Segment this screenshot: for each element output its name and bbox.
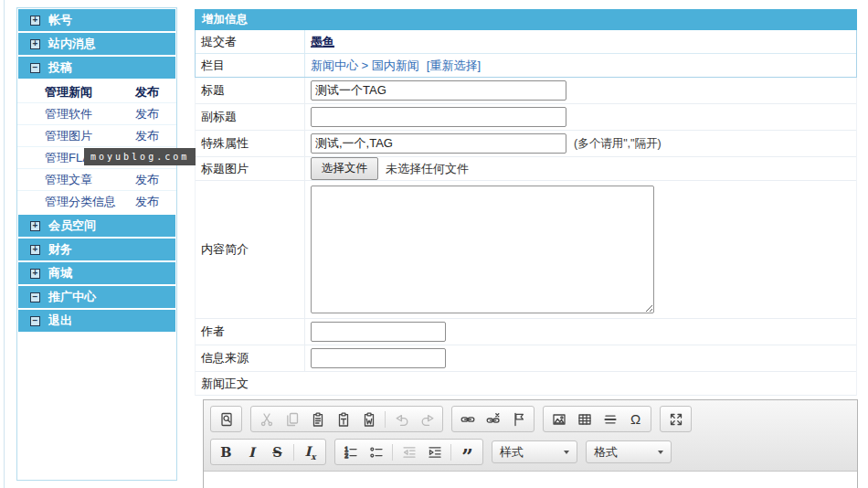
- bulleted-list-button[interactable]: [364, 441, 388, 462]
- horizontal-rule-button[interactable]: [598, 408, 622, 430]
- sidebar-item-label: 会员空间: [48, 217, 96, 234]
- plus-box-icon: +: [30, 39, 40, 49]
- submenu-manage-link[interactable]: 管理软件: [45, 106, 92, 122]
- sidebar-item-label: 退出: [48, 313, 72, 329]
- sidebar: +帐号+站内消息−投稿管理新闻发布管理软件发布管理图片发布管理FLASH发布管理…: [16, 7, 177, 481]
- editor-content-area[interactable]: [204, 472, 857, 488]
- sidebar-item-1[interactable]: +帐号: [18, 9, 175, 31]
- undo-icon: [395, 412, 409, 427]
- table-icon: [577, 412, 592, 427]
- unlink-button[interactable]: [481, 408, 505, 430]
- toolbar-group: [451, 406, 535, 432]
- toolbar-row: Ω: [210, 406, 852, 432]
- blockquote-button[interactable]: ”: [455, 441, 480, 462]
- indent-button[interactable]: [422, 441, 447, 462]
- toolbar-group: ”: [334, 439, 483, 465]
- anchor-icon: [512, 412, 526, 427]
- sidebar-item-7[interactable]: −推广中心: [18, 286, 175, 308]
- bold-button[interactable]: B: [214, 441, 238, 462]
- submenu-publish-link[interactable]: 发布: [135, 84, 159, 101]
- remove-format-button[interactable]: Ix: [298, 441, 323, 462]
- submenu-publish-link[interactable]: 发布: [135, 106, 159, 122]
- paste-word-button[interactable]: [356, 408, 381, 430]
- sidebar-item-8[interactable]: −退出: [18, 310, 175, 332]
- toolbar-divider: [385, 411, 386, 428]
- submenu-publish-link[interactable]: 发布: [135, 128, 159, 144]
- preview-button[interactable]: [214, 408, 238, 430]
- main-panel: 增加信息 提交者墨鱼栏目新闻中心 > 国内新闻[重新选择] 标题副标题特殊属性(…: [195, 9, 857, 488]
- anchor-button[interactable]: [506, 408, 531, 430]
- title-input[interactable]: [311, 80, 566, 101]
- subtitle-input[interactable]: [311, 107, 566, 127]
- category-breadcrumb[interactable]: 新闻中心 > 国内新闻: [311, 58, 419, 74]
- submenu-publish-link[interactable]: 发布: [135, 172, 159, 188]
- submenu-manage-link[interactable]: 管理新闻: [45, 84, 92, 101]
- ol-icon: [344, 445, 358, 460]
- numbered-list-button[interactable]: [338, 441, 363, 462]
- table-row: 内容简介: [196, 181, 856, 319]
- toolbar-group: Ω: [543, 406, 651, 432]
- special-char-button[interactable]: Ω: [623, 408, 648, 430]
- sidebar-item-2[interactable]: +站内消息: [18, 33, 175, 55]
- styles-dropdown[interactable]: 样式: [492, 440, 577, 463]
- link-icon: [460, 412, 475, 427]
- link-button[interactable]: [455, 408, 480, 430]
- editor-toolbar: ΩBISIx”样式格式: [204, 400, 857, 472]
- paste-text-button[interactable]: [331, 408, 355, 430]
- toolbar-divider: [450, 444, 451, 461]
- format-dropdown[interactable]: 格式: [586, 440, 672, 463]
- submenu-manage-link[interactable]: 管理文章: [45, 172, 92, 188]
- info-table: 提交者墨鱼栏目新闻中心 > 国内新闻[重新选择]: [195, 30, 857, 78]
- sidebar-item-3[interactable]: −投稿: [18, 57, 175, 79]
- sidebar-item-6[interactable]: +商城: [18, 262, 175, 284]
- table-row: 副标题: [196, 104, 856, 131]
- row-label: 新闻正文: [196, 372, 856, 395]
- paste-icon: [311, 412, 325, 427]
- submenu-item: 管理软件发布: [17, 103, 176, 125]
- paste-text-icon: [336, 412, 351, 427]
- maximize-button[interactable]: [663, 408, 688, 430]
- table-row: 提交者墨鱼: [196, 30, 856, 54]
- paste-button[interactable]: [305, 408, 330, 430]
- summary-textarea[interactable]: [311, 186, 654, 313]
- ul-icon: [369, 445, 384, 460]
- submitter-link[interactable]: 墨鱼: [311, 34, 334, 50]
- toolbar-divider: [293, 444, 294, 461]
- cut-icon: [259, 412, 274, 427]
- submenu-publish-link[interactable]: 发布: [135, 194, 159, 210]
- row-label: 信息来源: [196, 345, 305, 371]
- table-row: 标题: [196, 78, 856, 104]
- italic-button[interactable]: I: [239, 441, 264, 462]
- italic-icon: I: [249, 444, 255, 460]
- dropdown-label: 格式: [594, 444, 618, 461]
- plus-box-icon: +: [30, 221, 40, 231]
- blockquote-icon: ”: [461, 452, 473, 460]
- special-attr-input[interactable]: [311, 133, 566, 154]
- reselect-link[interactable]: [重新选择]: [427, 58, 481, 74]
- sidebar-item-4[interactable]: +会员空间: [18, 215, 175, 237]
- image-button[interactable]: [546, 408, 571, 430]
- chevron-down-icon: [658, 451, 663, 454]
- submenu-manage-link[interactable]: 管理图片: [45, 128, 92, 144]
- submenu-item: 管理图片发布: [17, 125, 176, 147]
- table-row: 作者: [196, 319, 856, 345]
- submenu-manage-link[interactable]: 管理分类信息: [45, 194, 116, 210]
- sidebar-item-label: 帐号: [48, 12, 72, 28]
- author-input[interactable]: [311, 322, 446, 342]
- choose-file-button[interactable]: 选择文件: [311, 157, 378, 180]
- table-row: 特殊属性(多个请用","隔开): [196, 131, 856, 157]
- table-button[interactable]: [572, 408, 597, 430]
- source-input[interactable]: [311, 348, 446, 368]
- strike-button[interactable]: S: [265, 441, 290, 462]
- sidebar-item-label: 投稿: [48, 59, 72, 76]
- row-label: 特殊属性: [196, 131, 305, 156]
- sidebar-item-5[interactable]: +财务: [18, 239, 175, 260]
- file-status-text: 未选择任何文件: [386, 161, 469, 177]
- row-field: [305, 104, 856, 130]
- watermark: moyublog.com: [84, 148, 196, 165]
- row-field: [305, 78, 856, 103]
- row-field: [305, 181, 856, 318]
- copy-button: [280, 408, 304, 430]
- plus-box-icon: +: [30, 16, 40, 26]
- plus-box-icon: +: [30, 269, 40, 279]
